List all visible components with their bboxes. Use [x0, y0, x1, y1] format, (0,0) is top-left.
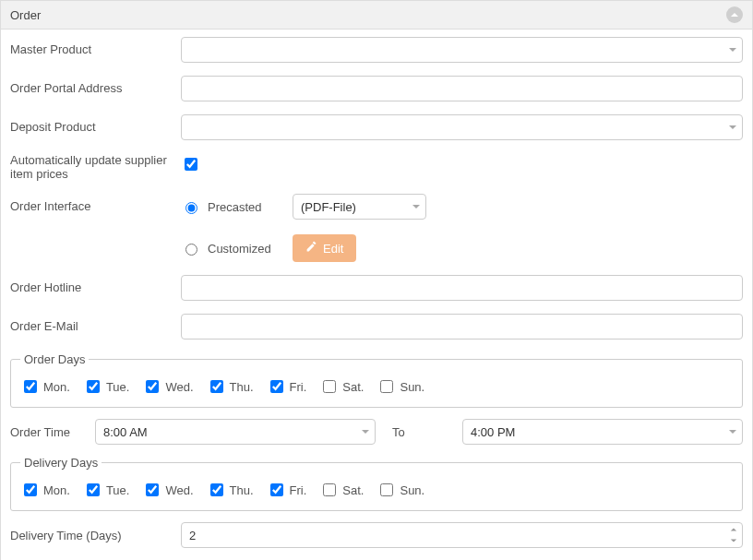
- label-auto-update: Automatically update supplier item price…: [10, 153, 181, 181]
- delivery-day: Fri.: [267, 481, 307, 499]
- order-day-label: Tue.: [106, 380, 130, 394]
- delivery-day-label: Tue.: [106, 483, 130, 497]
- order-day-checkbox[interactable]: [380, 380, 393, 393]
- panel-title: Order: [10, 8, 41, 22]
- master-product-select[interactable]: [181, 37, 743, 63]
- label-delivery-time: Delivery Time (Days): [10, 529, 181, 542]
- delivery-day-checkbox[interactable]: [146, 483, 159, 496]
- delivery-day-checkbox[interactable]: [87, 483, 100, 496]
- order-day-label: Thu.: [230, 380, 254, 394]
- row-master-product: Master Product: [10, 37, 743, 63]
- auto-update-checkbox[interactable]: [185, 158, 197, 171]
- interface-customized-row: Customized Edit: [181, 234, 743, 262]
- precasted-radio[interactable]: [185, 202, 197, 214]
- order-day-label: Fri.: [290, 380, 307, 394]
- customized-label: Customized: [208, 242, 274, 256]
- spin-up-button[interactable]: [726, 524, 741, 535]
- row-delivery-time: Delivery Time (Days): [10, 522, 743, 548]
- delivery-day-checkbox[interactable]: [210, 483, 223, 496]
- delivery-day-checkbox[interactable]: [380, 483, 393, 496]
- order-day: Tue.: [83, 377, 130, 396]
- order-day: Sun.: [376, 377, 424, 396]
- customized-radio[interactable]: [185, 244, 197, 256]
- row-order-hotline: Order Hotline: [10, 275, 743, 301]
- order-day-label: Sat.: [342, 380, 364, 394]
- edit-button-label: Edit: [323, 242, 343, 256]
- chevron-up-icon: [730, 8, 739, 22]
- row-auto-update: Automatically update supplier item price…: [10, 153, 743, 181]
- row-order-interface: Order Interface Precasted Customized Edi: [10, 194, 743, 262]
- order-day-checkbox[interactable]: [270, 380, 283, 393]
- delivery-day-checkbox[interactable]: [24, 483, 37, 496]
- order-portal-input[interactable]: [181, 76, 743, 101]
- delivery-day: Mon.: [20, 481, 70, 499]
- delivery-day: Thu.: [207, 481, 254, 499]
- delivery-time-spinner: [726, 523, 741, 547]
- order-days-row: Mon.Tue.Wed.Thu.Fri.Sat.Sun.: [20, 374, 733, 399]
- precasted-format-select[interactable]: [293, 194, 426, 220]
- order-time-to-input[interactable]: [462, 419, 743, 445]
- panel-body: Master Product Order Portal Address Depo…: [1, 30, 752, 560]
- row-order-email: Order E-Mail: [10, 314, 743, 340]
- order-day-label: Sun.: [400, 380, 424, 394]
- precasted-format-input[interactable]: [293, 194, 426, 220]
- order-days-fieldset: Order Days Mon.Tue.Wed.Thu.Fri.Sat.Sun.: [10, 352, 743, 408]
- delivery-day-checkbox[interactable]: [270, 483, 283, 496]
- order-time-from-input[interactable]: [95, 419, 376, 445]
- delivery-day-label: Thu.: [230, 483, 254, 497]
- delivery-day-label: Sun.: [400, 483, 424, 497]
- order-days-legend: Order Days: [20, 352, 89, 366]
- interface-precasted-row: Precasted: [181, 194, 743, 220]
- order-day-checkbox[interactable]: [146, 380, 159, 393]
- label-order-interface: Order Interface: [10, 194, 181, 213]
- delivery-day-label: Fri.: [290, 483, 307, 497]
- delivery-time-input[interactable]: [181, 522, 743, 548]
- label-master-product: Master Product: [10, 37, 181, 56]
- order-time-from-select[interactable]: [95, 419, 376, 445]
- collapse-button[interactable]: [726, 6, 743, 23]
- precasted-label: Precasted: [208, 200, 274, 214]
- label-order-time: Order Time: [10, 425, 84, 439]
- order-panel: Order Master Product Order Portal Addres…: [0, 0, 753, 560]
- order-day-checkbox[interactable]: [323, 380, 336, 393]
- deposit-product-input[interactable]: [181, 114, 743, 140]
- chevron-down-icon: [730, 537, 737, 544]
- order-day: Mon.: [20, 377, 70, 396]
- order-day: Wed.: [142, 377, 193, 396]
- label-order-portal: Order Portal Address: [10, 76, 181, 95]
- edit-button[interactable]: Edit: [293, 234, 356, 262]
- order-day: Sat.: [319, 377, 364, 396]
- delivery-day: Sun.: [376, 481, 424, 499]
- order-day-label: Wed.: [165, 380, 193, 394]
- deposit-product-select[interactable]: [181, 114, 743, 140]
- order-day: Fri.: [267, 377, 307, 396]
- delivery-day: Sat.: [319, 481, 364, 499]
- order-time-to-select[interactable]: [462, 419, 743, 445]
- row-deposit-product: Deposit Product: [10, 114, 743, 140]
- delivery-days-fieldset: Delivery Days Mon.Tue.Wed.Thu.Fri.Sat.Su…: [10, 456, 743, 511]
- order-day-label: Mon.: [43, 380, 70, 394]
- master-product-input[interactable]: [181, 37, 743, 63]
- delivery-days-legend: Delivery Days: [20, 456, 102, 470]
- order-hotline-input[interactable]: [181, 275, 743, 301]
- delivery-day-label: Sat.: [342, 483, 364, 497]
- pencil-icon: [305, 241, 317, 256]
- label-order-email: Order E-Mail: [10, 314, 181, 333]
- label-order-hotline: Order Hotline: [10, 275, 181, 294]
- delivery-day-label: Wed.: [165, 483, 193, 497]
- order-email-input[interactable]: [181, 314, 743, 340]
- spin-down-button[interactable]: [726, 535, 741, 546]
- order-day-checkbox[interactable]: [87, 380, 100, 393]
- label-deposit-product: Deposit Product: [10, 114, 181, 134]
- delivery-day: Tue.: [83, 481, 130, 499]
- delivery-day: Wed.: [142, 481, 193, 499]
- chevron-up-icon: [730, 526, 737, 533]
- order-day: Thu.: [207, 377, 254, 396]
- order-day-checkbox[interactable]: [210, 380, 223, 393]
- delivery-day-checkbox[interactable]: [323, 483, 336, 496]
- order-day-checkbox[interactable]: [24, 380, 37, 393]
- row-order-time: Order Time To: [10, 419, 743, 445]
- label-to: To: [387, 425, 451, 439]
- delivery-day-label: Mon.: [43, 483, 70, 497]
- panel-header: Order: [1, 1, 752, 30]
